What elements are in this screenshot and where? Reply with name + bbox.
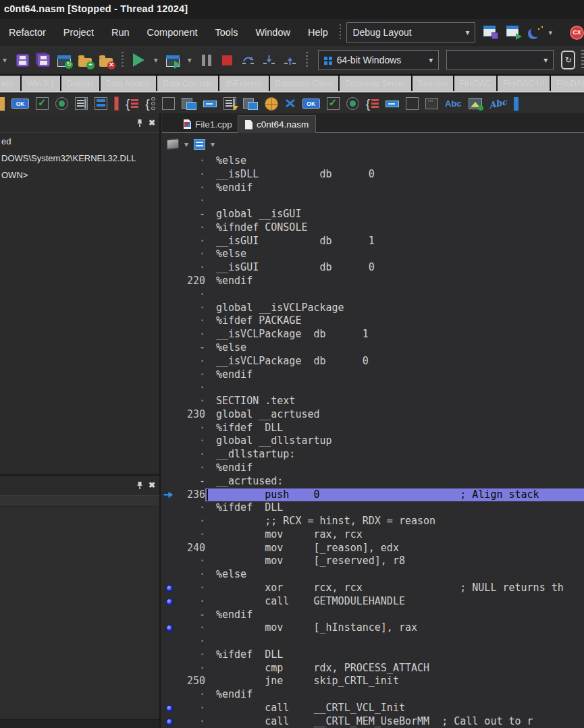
checkbox2-component-icon[interactable]: ✓ bbox=[327, 97, 340, 110]
combobox-component-icon[interactable] bbox=[95, 97, 107, 110]
radiobutton2-component-icon[interactable] bbox=[346, 97, 359, 110]
code-line[interactable]: · call __CRTL_MEM_UseBorMM ; Call out to… bbox=[162, 715, 584, 728]
breakpoint-dot-icon[interactable] bbox=[166, 598, 173, 605]
palette-tab-dbexpress[interactable]: dbExpress bbox=[219, 76, 269, 91]
menu-item-project[interactable]: Project bbox=[55, 23, 103, 42]
save-all-button[interactable] bbox=[35, 50, 51, 70]
gutter-marker[interactable]: · bbox=[178, 381, 205, 395]
refresh-device-button[interactable]: ↻ bbox=[561, 51, 575, 69]
actionmanager-component-icon[interactable]: ➤ bbox=[223, 97, 236, 110]
gutter-marker[interactable]: · bbox=[178, 715, 205, 728]
code-area[interactable]: ·%else·__isDLL db 0·%endif·-global __isG… bbox=[162, 155, 584, 728]
code-line[interactable]: · mov [_hInstance], rax bbox=[162, 621, 584, 635]
code-line[interactable]: · bbox=[162, 194, 584, 208]
panel-component-icon[interactable] bbox=[162, 97, 175, 110]
palette-tab-datasnap-server[interactable]: Datasnap Server bbox=[340, 76, 411, 91]
gutter-marker[interactable]: · bbox=[178, 155, 205, 168]
code-line[interactable]: · bbox=[162, 381, 584, 395]
menu-item-refactor[interactable]: Refactor bbox=[0, 23, 55, 42]
code-line[interactable]: · bbox=[162, 288, 584, 302]
call-stack-entry[interactable]: DOWS\System32\KERNEL32.DLL bbox=[0, 150, 159, 167]
radiogroup-component-icon[interactable]: { bbox=[145, 96, 155, 111]
palette-tab-firedac-lin[interactable]: FireDAC Lin bbox=[551, 76, 584, 91]
code-line[interactable]: ·%ifdef PACKAGE bbox=[162, 314, 584, 328]
code-line[interactable]: ·global __isVCLPackage bbox=[162, 302, 584, 315]
chevron-down-icon[interactable]: ▾ bbox=[211, 140, 215, 149]
code-line[interactable]: · mov rax, rcx bbox=[162, 528, 584, 542]
palette-tab-tem[interactable]: tem bbox=[0, 76, 20, 91]
partial-component-icon-right[interactable] bbox=[514, 97, 519, 111]
partial-component-icon[interactable] bbox=[0, 97, 5, 111]
palette-tab-firedac-ui[interactable]: FireDAC UI bbox=[498, 76, 550, 91]
gutter-marker[interactable]: - bbox=[178, 208, 205, 221]
gutter-marker[interactable]: 220 bbox=[178, 275, 205, 288]
breakpoint-dot-icon[interactable] bbox=[166, 585, 173, 592]
remove-file-from-project-button[interactable]: ✕ bbox=[98, 50, 114, 70]
gutter-marker[interactable]: · bbox=[178, 501, 205, 515]
palette-tab-firedac[interactable]: FireDAC bbox=[454, 76, 496, 91]
gutter-marker[interactable]: · bbox=[178, 194, 205, 208]
code-line[interactable]: ·__dllstartup: bbox=[162, 448, 584, 461]
code-line[interactable]: ·__isVCLPackage db 1 bbox=[162, 328, 584, 341]
menu-item-run[interactable]: Run bbox=[103, 23, 138, 42]
code-line[interactable]: ·__isGUI db 0 bbox=[162, 261, 584, 275]
gutter-marker[interactable]: · bbox=[178, 355, 205, 368]
gutter-marker[interactable]: · bbox=[178, 461, 205, 475]
shortcut-component-icon[interactable]: ✕ bbox=[285, 96, 296, 111]
gutter-marker[interactable]: · bbox=[178, 515, 205, 528]
code-line[interactable]: ·__isGUI db 1 bbox=[162, 235, 584, 248]
palette-tab-data-controls[interactable]: Data Controls bbox=[157, 76, 217, 91]
gutter-marker[interactable]: · bbox=[178, 314, 205, 328]
groupbox-component-icon[interactable]: { bbox=[126, 96, 138, 111]
pause-button[interactable] bbox=[198, 50, 215, 70]
menu-item-component[interactable]: Component bbox=[138, 23, 207, 42]
step-over-button[interactable] bbox=[240, 50, 257, 70]
gutter-marker[interactable]: · bbox=[178, 302, 205, 315]
gutter-marker[interactable]: · bbox=[178, 595, 205, 609]
code-line[interactable]: ·__isVCLPackage db 0 bbox=[162, 355, 584, 368]
palette-tab-datasnap-client[interactable]: Datasnap Client bbox=[270, 76, 338, 91]
open-revert-button[interactable]: ↻ bbox=[56, 50, 72, 70]
code-line[interactable]: · bbox=[162, 635, 584, 648]
code-line[interactable]: ·%endif bbox=[162, 688, 584, 702]
menu-item-tools[interactable]: Tools bbox=[207, 23, 247, 42]
code-line[interactable]: 236 push 0 ; Align stack bbox=[162, 488, 584, 502]
gutter-marker[interactable]: · bbox=[178, 261, 205, 275]
gutter-marker[interactable]: - bbox=[178, 609, 205, 622]
code-line[interactable]: 220%endif bbox=[162, 275, 584, 288]
code-line[interactable]: -__acrtused: bbox=[162, 475, 584, 488]
call-stack-entry[interactable]: ed bbox=[0, 133, 159, 150]
gutter-marker[interactable]: · bbox=[178, 422, 205, 435]
tab-c0nt64-nasm[interactable]: c0nt64.nasm bbox=[238, 115, 316, 133]
gutter-marker[interactable]: · bbox=[178, 235, 205, 248]
set-debug-layout-button[interactable] bbox=[506, 26, 521, 39]
button-component-icon[interactable]: OK bbox=[11, 99, 29, 109]
menu-item-window[interactable]: Window bbox=[246, 23, 299, 42]
actionmainmenubar-component-icon[interactable] bbox=[243, 98, 258, 110]
radiobutton-component-icon[interactable] bbox=[55, 97, 68, 110]
gutter-marker[interactable]: · bbox=[178, 368, 205, 382]
code-line[interactable]: · ;; RCX = hinst, RDX = reason bbox=[162, 515, 584, 528]
code-line[interactable]: ·%endif bbox=[162, 181, 584, 195]
gutter-marker[interactable]: · bbox=[178, 221, 205, 235]
code-line[interactable]: 240 mov [_reason], edx bbox=[162, 542, 584, 555]
save-desktop-layout-button[interactable] bbox=[483, 26, 498, 39]
step-out-button[interactable] bbox=[282, 50, 298, 70]
code-line[interactable]: · cmp rdx, PROCESS_ATTACH bbox=[162, 662, 584, 675]
linklabel-component-icon[interactable]: Abc bbox=[489, 99, 507, 109]
call-stack-entry[interactable]: OWN> bbox=[0, 167, 159, 184]
gutter-marker[interactable]: 240 bbox=[178, 542, 205, 555]
breakpoint-dot-icon[interactable] bbox=[166, 625, 173, 632]
webbrowser-component-icon[interactable] bbox=[265, 97, 278, 111]
code-line[interactable]: ·%endif bbox=[162, 461, 584, 475]
add-file-to-project-button[interactable]: + bbox=[77, 50, 93, 70]
breakpoint-dot-icon[interactable] bbox=[166, 719, 173, 725]
frame-component-icon[interactable] bbox=[406, 97, 419, 110]
gutter-marker[interactable]: · bbox=[178, 248, 205, 261]
gutter-marker[interactable]: · bbox=[178, 395, 205, 408]
breakpoint-dot-icon[interactable] bbox=[166, 705, 173, 712]
code-line[interactable]: ·%ifdef DLL bbox=[162, 648, 584, 662]
overflow-chevron-button[interactable]: ▾ bbox=[0, 50, 9, 70]
controlbar-component-icon[interactable]: { bbox=[366, 96, 379, 111]
toolbar-component-icon[interactable] bbox=[203, 101, 217, 107]
